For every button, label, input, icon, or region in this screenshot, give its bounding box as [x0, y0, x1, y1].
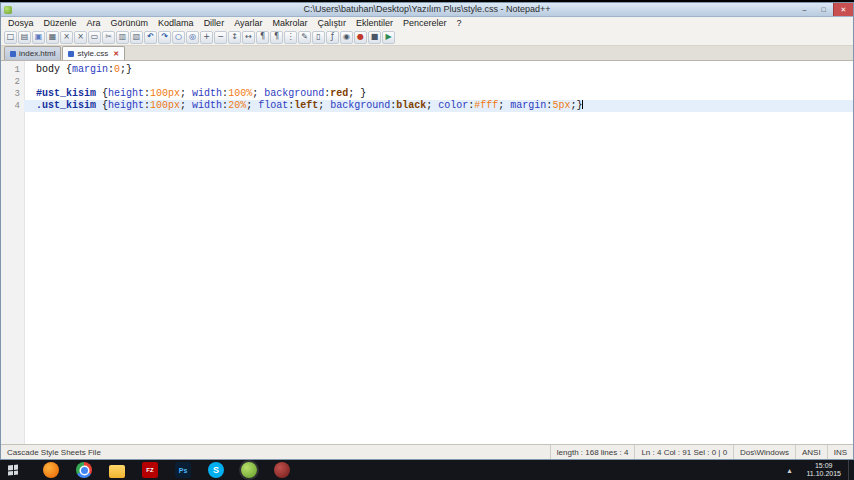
- notepad-plus-plus-logo-icon: [4, 6, 12, 14]
- tab-label: style.css: [77, 49, 108, 58]
- code-line[interactable]: 1body {margin:0;}: [1, 64, 853, 76]
- function-list-icon[interactable]: ƒ: [326, 31, 339, 44]
- clock-date: 11.10.2015: [806, 470, 841, 478]
- play-macro-icon[interactable]: ▶: [382, 31, 395, 44]
- maximize-button[interactable]: □: [814, 3, 833, 16]
- status-eol[interactable]: Dos\Windows: [734, 445, 796, 459]
- print-icon[interactable]: ▭: [88, 31, 101, 44]
- replace-icon[interactable]: ◎: [186, 31, 199, 44]
- editor[interactable]: 1body {margin:0;}23#ust_kisim {height:10…: [1, 61, 853, 444]
- tab-style-css[interactable]: style.css✕: [62, 46, 125, 60]
- user-defined-dialog-icon[interactable]: ✎: [298, 31, 311, 44]
- filezilla-icon[interactable]: FZ: [142, 462, 158, 478]
- status-bar: Cascade Style Sheets File length : 168 l…: [1, 444, 853, 459]
- minimize-button[interactable]: –: [795, 3, 814, 16]
- redo-icon[interactable]: ↷: [158, 31, 171, 44]
- word-wrap-icon[interactable]: ¶: [256, 31, 269, 44]
- menu-item-duzenle[interactable]: Düzenle: [39, 17, 82, 29]
- skype-icon[interactable]: S: [208, 462, 224, 478]
- code-text: [24, 76, 853, 88]
- taskbar-apps: FZPsS: [26, 460, 290, 480]
- close-file-icon[interactable]: ×: [60, 31, 73, 44]
- firefox-icon[interactable]: [43, 462, 59, 478]
- taskbar-clock[interactable]: 15:09 11.10.2015: [799, 462, 848, 478]
- windows-logo-icon: [8, 465, 18, 476]
- show-desktop-button[interactable]: [848, 460, 854, 480]
- line-number: 1: [1, 64, 24, 76]
- open-file-icon[interactable]: ▤: [18, 31, 31, 44]
- indent-guide-icon[interactable]: ⋮: [284, 31, 297, 44]
- photoshop-icon[interactable]: Ps: [175, 462, 191, 478]
- notepad-plus-plus-window: C:\Users\batuhan\Desktop\Yazılım Plus\st…: [0, 2, 854, 460]
- status-encoding[interactable]: ANSI: [796, 445, 828, 459]
- title-bar[interactable]: C:\Users\batuhan\Desktop\Yazılım Plus\st…: [1, 3, 853, 17]
- show-all-characters-icon[interactable]: ¶: [270, 31, 283, 44]
- toolbar: □▤▣▦××▭✂▥▧↶↷○◎+−↕↔¶¶⋮✎▯ƒ◉●■▶: [1, 29, 853, 46]
- menu-item-diller[interactable]: Diller: [199, 17, 230, 29]
- menu-item-eklentiler[interactable]: Eklentiler: [351, 17, 398, 29]
- undo-icon[interactable]: ↶: [144, 31, 157, 44]
- status-caret: Ln : 4 Col : 91 Sel : 0 | 0: [635, 445, 734, 459]
- notepad-plus-plus-icon[interactable]: [241, 462, 257, 478]
- save-state-icon: [10, 51, 16, 57]
- line-number: 2: [1, 76, 24, 88]
- menu-item-makrolar[interactable]: Makrolar: [268, 17, 313, 29]
- line-number: 4: [1, 100, 24, 112]
- menu-item-ara[interactable]: Ara: [82, 17, 106, 29]
- tab-index-html[interactable]: index.html: [4, 46, 61, 60]
- document-map-icon[interactable]: ▯: [312, 31, 325, 44]
- menu-bar: DosyaDüzenleAraGörünümKodlamaDillerAyarl…: [1, 17, 853, 29]
- status-length: length : 168 lines : 4: [551, 445, 636, 459]
- code-text: body {margin:0;}: [24, 64, 853, 76]
- clock-time: 15:09: [806, 462, 841, 470]
- window-title: C:\Users\batuhan\Desktop\Yazılım Plus\st…: [1, 3, 853, 16]
- menu-item-pencereler[interactable]: Pencereler: [398, 17, 452, 29]
- taskbar: FZPsS ▴ 15:09 11.10.2015: [0, 460, 854, 480]
- close-button[interactable]: ✕: [833, 3, 853, 16]
- close-tab-icon[interactable]: ✕: [113, 50, 119, 58]
- zoom-in-icon[interactable]: +: [200, 31, 213, 44]
- code-line[interactable]: 2: [1, 76, 853, 88]
- red-app-icon[interactable]: [274, 462, 290, 478]
- record-macro-icon[interactable]: ●: [354, 31, 367, 44]
- paste-icon[interactable]: ▧: [130, 31, 143, 44]
- system-tray: ▴ 15:09 11.10.2015: [779, 460, 854, 480]
- find-icon[interactable]: ○: [172, 31, 185, 44]
- menu-item-kodlama[interactable]: Kodlama: [153, 17, 199, 29]
- zoom-out-icon[interactable]: −: [214, 31, 227, 44]
- menu-item-gorunum[interactable]: Görünüm: [106, 17, 154, 29]
- cut-icon[interactable]: ✂: [102, 31, 115, 44]
- status-insert-mode[interactable]: INS: [828, 445, 853, 459]
- close-all-icon[interactable]: ×: [74, 31, 87, 44]
- chrome-icon[interactable]: [76, 462, 92, 478]
- tab-bar: index.htmlstyle.css✕: [1, 46, 853, 61]
- menu-item-ayarlar[interactable]: Ayarlar: [229, 17, 267, 29]
- new-file-icon[interactable]: □: [4, 31, 17, 44]
- stop-macro-icon[interactable]: ■: [368, 31, 381, 44]
- sync-horizontal-icon[interactable]: ↔: [242, 31, 255, 44]
- editor-lines: 1body {margin:0;}23#ust_kisim {height:10…: [1, 64, 853, 112]
- save-icon[interactable]: ▣: [32, 31, 45, 44]
- monitoring-icon[interactable]: ◉: [340, 31, 353, 44]
- sync-vertical-icon[interactable]: ↕: [228, 31, 241, 44]
- folder-icon[interactable]: [109, 465, 125, 478]
- status-file-type: Cascade Style Sheets File: [1, 445, 551, 459]
- code-line[interactable]: 3#ust_kisim {height:100px; width:100%; b…: [1, 88, 853, 100]
- tab-label: index.html: [19, 49, 55, 58]
- code-text: .ust_kisim {height:100px; width:20%; flo…: [24, 100, 853, 112]
- menu-item-calstr[interactable]: Çalıştır: [313, 17, 352, 29]
- screen: C:\Users\batuhan\Desktop\Yazılım Plus\st…: [0, 0, 854, 480]
- tray-expand-icon[interactable]: ▴: [779, 466, 799, 475]
- line-number: 3: [1, 88, 24, 100]
- text-caret: [582, 100, 583, 109]
- copy-icon[interactable]: ▥: [116, 31, 129, 44]
- save-state-icon: [68, 51, 74, 57]
- code-line[interactable]: 4.ust_kisim {height:100px; width:20%; fl…: [1, 100, 853, 112]
- code-text: #ust_kisim {height:100px; width:100%; ba…: [24, 88, 853, 100]
- start-button[interactable]: [0, 460, 26, 480]
- menu-item-help[interactable]: ?: [452, 17, 467, 29]
- save-all-icon[interactable]: ▦: [46, 31, 59, 44]
- menu-item-dosya[interactable]: Dosya: [3, 17, 39, 29]
